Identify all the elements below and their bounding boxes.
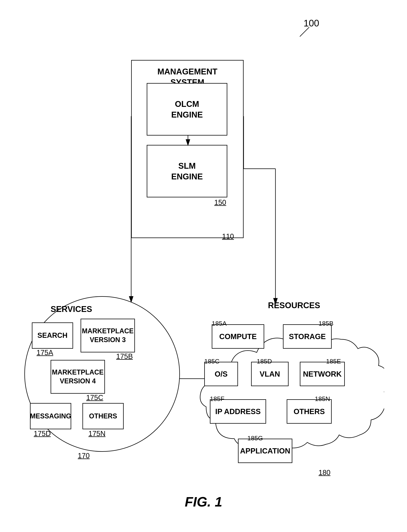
slm-engine-title: SLMENGINE: [171, 160, 203, 182]
resources-title: RESOURCES: [268, 300, 320, 311]
services-others-box: OTHERS: [82, 403, 124, 429]
ip-address-ref-label: 185F: [210, 395, 225, 403]
compute-label: COMPUTE: [219, 332, 257, 341]
network-box: NETWORK: [300, 362, 345, 386]
compute-box: COMPUTE: [212, 324, 264, 349]
slm-engine-box: SLMENGINE: [147, 145, 227, 197]
resources-others-label: OTHERS: [294, 407, 325, 416]
resources-others-box: OTHERS: [287, 399, 332, 424]
slm-ref: 150: [214, 199, 226, 206]
application-box: APPLICATION: [238, 439, 292, 463]
marketplace-v3-label: MARKETPLACEVERSION 3: [82, 327, 133, 344]
application-label: APPLICATION: [240, 446, 290, 456]
storage-box: STORAGE: [283, 324, 332, 349]
olcm-engine-title: OLCMENGINE: [171, 99, 203, 120]
management-system-ref: 110: [222, 232, 234, 240]
ip-address-label: IP ADDRESS: [215, 407, 261, 416]
services-ref: 170: [78, 452, 90, 460]
services-title: SERVICES: [51, 304, 92, 314]
olcm-engine-box: OLCMENGINE: [147, 83, 227, 135]
os-box: O/S: [204, 362, 238, 386]
services-others-ref: 175N: [88, 430, 105, 438]
os-ref-label: 185C: [204, 358, 219, 365]
services-others-label: OTHERS: [89, 412, 117, 421]
search-ref: 175A: [37, 349, 53, 357]
vlan-label: VLAN: [260, 369, 280, 379]
figure-label: FIG. 1: [185, 494, 222, 509]
marketplace-v4-label: MARKETPLACEVERSION 4: [52, 368, 104, 386]
ip-address-box: IP ADDRESS: [210, 399, 266, 424]
storage-label: STORAGE: [289, 332, 326, 341]
messaging-label: MESSAGING: [30, 412, 71, 421]
application-ref-label: 185G: [247, 435, 263, 442]
diagram: 100 MANAGEMENTSYSTEM OLCMENGINE 120 SLME…: [0, 0, 407, 532]
network-ref-label: 185E: [326, 358, 341, 365]
marketplace-v3-box: MARKETPLACEVERSION 3: [81, 319, 135, 352]
marketplace-v3-ref: 175B: [116, 352, 133, 360]
messaging-ref: 175D: [34, 430, 51, 438]
vlan-ref-label: 185D: [257, 358, 272, 365]
messaging-box: MESSAGING: [30, 403, 71, 429]
network-label: NETWORK: [303, 369, 342, 379]
vlan-box: VLAN: [251, 362, 289, 386]
marketplace-v4-box: MARKETPLACEVERSION 4: [51, 360, 105, 394]
search-box: SEARCH: [32, 322, 73, 349]
search-label: SEARCH: [38, 331, 67, 340]
ref-100: 100: [304, 18, 319, 29]
marketplace-v4-ref: 175C: [86, 394, 103, 402]
management-system-box: MANAGEMENTSYSTEM OLCMENGINE 120 SLMENGIN…: [131, 60, 244, 238]
os-label: O/S: [215, 369, 228, 379]
resources-others-ref-label: 185N: [315, 395, 330, 403]
olcm-to-slm-arrow: [177, 135, 199, 147]
storage-ref-label: 185B: [319, 320, 333, 327]
resources-ref: 180: [319, 469, 330, 477]
compute-ref-label: 185A: [212, 320, 227, 327]
